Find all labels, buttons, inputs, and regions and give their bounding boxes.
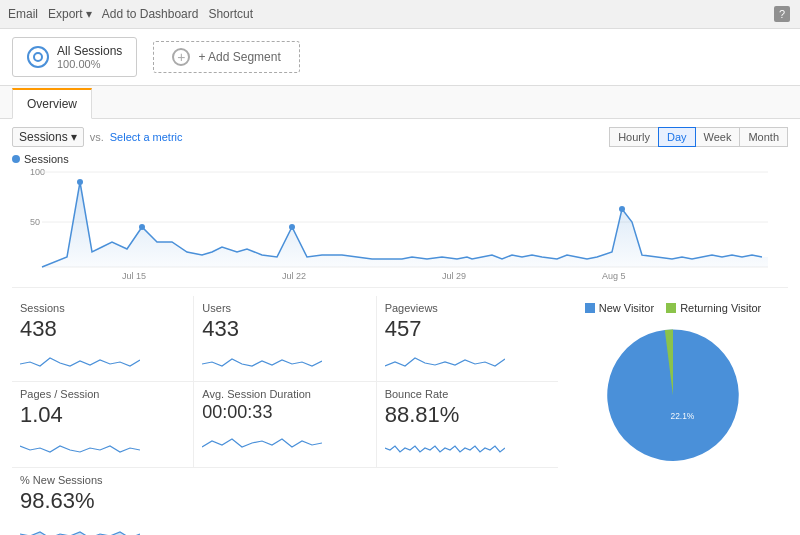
add-segment-label: + Add Segment: [198, 50, 280, 64]
svg-text:Jul 22: Jul 22: [282, 271, 306, 281]
pie-legend: New Visitor Returning Visitor: [585, 302, 762, 314]
returning-visitor-color-square: [666, 303, 676, 313]
returning-visitor-legend: Returning Visitor: [666, 302, 761, 314]
stat-new-sessions: % New Sessions 98.63%: [12, 468, 162, 535]
svg-text:Jul 29: Jul 29: [442, 271, 466, 281]
svg-point-12: [139, 224, 145, 230]
week-btn[interactable]: Week: [695, 127, 741, 147]
segment-pct: 100.00%: [57, 58, 122, 70]
email-link[interactable]: Email: [8, 7, 38, 21]
metric-selector: Sessions ▾ vs. Select a metric: [12, 127, 183, 147]
stats-left: Sessions 438 Users 433 Pageviews 457: [12, 296, 558, 535]
new-visitor-color-square: [585, 303, 595, 313]
all-sessions-segment[interactable]: All Sessions 100.00%: [12, 37, 137, 77]
day-btn[interactable]: Day: [658, 127, 696, 147]
stat-sessions: Sessions 438: [12, 296, 194, 382]
svg-text:50: 50: [30, 217, 40, 227]
add-segment-icon: +: [172, 48, 190, 66]
chart-area: Sessions 100 50 Jul 15 Jul 22 Jul 29 Aug…: [12, 153, 788, 288]
stats-row-1: Sessions 438 Users 433 Pageviews 457: [12, 296, 558, 382]
tab-overview[interactable]: Overview: [12, 88, 92, 119]
add-segment-button[interactable]: + + Add Segment: [153, 41, 299, 73]
sessions-sparkline: [20, 344, 140, 372]
export-link[interactable]: Export ▾: [48, 7, 92, 21]
stat-bounce-rate: Bounce Rate 88.81%: [377, 382, 558, 468]
vs-text: vs.: [90, 131, 104, 143]
sessions-legend-label: Sessions: [24, 153, 69, 165]
stat-pages-session: Pages / Session 1.04: [12, 382, 194, 468]
bounce-rate-sparkline: [385, 430, 505, 458]
stats-right: New Visitor Returning Visitor 22.1%: [558, 296, 788, 535]
avg-session-sparkline: [202, 425, 322, 453]
svg-point-14: [619, 206, 625, 212]
main-content: Sessions ▾ vs. Select a metric Hourly Da…: [0, 119, 800, 535]
selected-metric: Sessions: [19, 130, 68, 144]
toolbar: Email Export ▾ Add to Dashboard Shortcut…: [0, 0, 800, 29]
svg-text:22.1%: 22.1%: [670, 411, 694, 421]
pageviews-sparkline: [385, 344, 505, 372]
svg-point-11: [77, 179, 83, 185]
stats-row-3: % New Sessions 98.63%: [12, 468, 558, 535]
sessions-legend-dot: [12, 155, 20, 163]
new-visitor-label: New Visitor: [599, 302, 654, 314]
controls-row: Sessions ▾ vs. Select a metric Hourly Da…: [12, 127, 788, 147]
help-icon[interactable]: ?: [772, 4, 792, 24]
svg-point-13: [289, 224, 295, 230]
tabs: Overview: [0, 86, 800, 119]
svg-text:Aug 5: Aug 5: [602, 271, 626, 281]
time-buttons: Hourly Day Week Month: [610, 127, 788, 147]
pie-chart: 22.1%: [583, 320, 763, 475]
month-btn[interactable]: Month: [739, 127, 788, 147]
new-visitor-legend: New Visitor: [585, 302, 654, 314]
sessions-chart: 100 50 Jul 15 Jul 22 Jul 29 Aug 5: [12, 167, 768, 282]
dropdown-arrow: ▾: [71, 130, 77, 144]
stats-grid: Sessions 438 Users 433 Pageviews 457: [12, 296, 788, 535]
stat-avg-session: Avg. Session Duration 00:00:33: [194, 382, 376, 468]
new-sessions-sparkline: [20, 516, 140, 535]
segment-circle-icon: [27, 46, 49, 68]
add-dashboard-link[interactable]: Add to Dashboard: [102, 7, 199, 21]
users-sparkline: [202, 344, 322, 372]
metric-dropdown[interactable]: Sessions ▾: [12, 127, 84, 147]
select-metric-link[interactable]: Select a metric: [110, 131, 183, 143]
stat-pageviews: Pageviews 457: [377, 296, 558, 382]
svg-text:Jul 15: Jul 15: [122, 271, 146, 281]
returning-visitor-label: Returning Visitor: [680, 302, 761, 314]
stats-row-2: Pages / Session 1.04 Avg. Session Durati…: [12, 382, 558, 468]
svg-text:?: ?: [779, 8, 785, 20]
shortcut-link[interactable]: Shortcut: [208, 7, 253, 21]
hourly-btn[interactable]: Hourly: [609, 127, 659, 147]
segment-bar: All Sessions 100.00% + + Add Segment: [0, 29, 800, 86]
pages-session-sparkline: [20, 430, 140, 458]
segment-label: All Sessions: [57, 44, 122, 58]
stat-users: Users 433: [194, 296, 376, 382]
chart-legend: Sessions: [12, 153, 788, 165]
